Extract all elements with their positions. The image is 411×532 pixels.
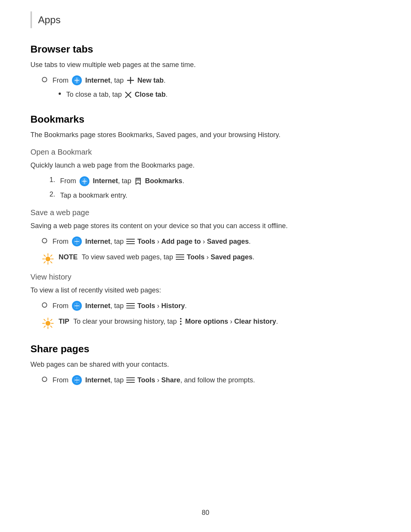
bullet-circle-icon — [42, 238, 47, 243]
page-footer: 80 — [0, 509, 411, 517]
browser-tabs-title: Browser tabs — [30, 43, 381, 55]
share-pages-title: Share pages — [30, 343, 381, 355]
instruction-text: From Internet, tap — [53, 75, 166, 86]
instruction-text: From Internet, tap — [53, 301, 187, 311]
list-item: To close a tab, tap Close tab. — [30, 89, 381, 100]
internet-icon — [72, 75, 82, 85]
internet-icon — [72, 236, 82, 246]
page-title: Apps — [38, 14, 61, 26]
menu-icon — [126, 377, 135, 383]
instruction-text: From Internet, tap Tools › — [53, 375, 255, 385]
svg-line-33 — [51, 326, 52, 328]
open-bookmark-title: Open a Bookmark — [30, 148, 381, 157]
sun-icon — [42, 317, 54, 329]
share-pages-body: Web pages can be shared with your contac… — [30, 359, 381, 370]
bookmark-icon — [134, 177, 142, 185]
list-item: 1. From Internet, tap — [30, 176, 381, 186]
note-item: NOTE To view saved web pages, tap Tools … — [30, 252, 381, 265]
menu-icon — [176, 254, 184, 260]
instruction-text: TIP To clear your browsing history, tap … — [59, 316, 278, 327]
number-label: 1. — [49, 176, 57, 184]
save-web-page-title: Save a web page — [30, 208, 381, 217]
svg-line-22 — [51, 255, 52, 256]
header-bar — [30, 11, 32, 28]
bold-more-options: More options — [185, 318, 228, 325]
number-label: 2. — [49, 190, 57, 198]
x-icon — [124, 91, 132, 99]
list-item: From Internet, tap — [30, 236, 381, 247]
instruction-text: From Internet, tap — [53, 236, 251, 247]
bold-clear-history: Clear history — [234, 318, 276, 325]
internet-icon — [72, 301, 82, 311]
bold-internet: Internet — [85, 376, 110, 384]
bold-close-tab: Close tab — [135, 91, 166, 98]
internet-icon — [80, 176, 89, 186]
bold-tools: Tools — [137, 238, 155, 245]
open-bookmark-body: Quickly launch a web page from the Bookm… — [30, 160, 381, 171]
bold-tools: Tools — [187, 253, 205, 261]
list-item: From Internet, tap — [30, 301, 381, 311]
svg-point-27 — [46, 321, 50, 326]
bold-saved-pages: Saved pages — [207, 238, 249, 245]
browser-tabs-body: Use tabs to view multiple web pages at t… — [30, 60, 381, 70]
bullet-circle-icon — [42, 77, 47, 82]
view-history-body: To view a list of recently visited web p… — [30, 285, 381, 296]
view-history-title: View history — [30, 273, 381, 281]
subsection-save-web-page: Save a web page Saving a web page stores… — [30, 208, 381, 265]
dots-icon — [179, 317, 182, 326]
bullet-circle-icon — [42, 377, 47, 382]
section-share-pages: Share pages Web pages can be shared with… — [30, 343, 381, 385]
page-number: 80 — [202, 509, 209, 516]
bold-internet: Internet — [93, 177, 118, 185]
bold-share: Share — [161, 376, 180, 384]
tip-label: TIP — [59, 318, 69, 325]
bullet-circle-icon — [42, 302, 47, 308]
bold-internet: Internet — [85, 238, 110, 245]
instruction-text: NOTE To view saved web pages, tap Tools … — [59, 252, 255, 262]
bullet-dot-icon — [59, 93, 61, 95]
instruction-text: To close a tab, tap Close tab. — [66, 89, 167, 100]
internet-icon — [72, 375, 82, 385]
save-web-page-body: Saving a web page stores its content on … — [30, 221, 381, 231]
instruction-text: From Internet, tap — [60, 176, 184, 186]
instruction-text: Tap a bookmark entry. — [60, 190, 127, 201]
menu-icon — [126, 238, 135, 245]
plus-icon — [126, 76, 135, 85]
section-bookmarks: Bookmarks The Bookmarks page stores Book… — [30, 113, 381, 329]
page-container: Apps Browser tabs Use tabs to view multi… — [0, 0, 411, 422]
bold-internet: Internet — [85, 302, 110, 310]
bookmarks-body: The Bookmarks page stores Bookmarks, Sav… — [30, 130, 381, 140]
bold-add-page-to: Add page to — [161, 238, 201, 245]
sun-icon — [42, 253, 54, 265]
bold-tools: Tools — [137, 376, 155, 384]
menu-icon — [126, 302, 135, 309]
bold-bookmarks: Bookmarks — [145, 177, 182, 185]
bookmarks-title: Bookmarks — [30, 113, 381, 125]
tip-item: TIP To clear your browsing history, tap … — [30, 316, 381, 329]
svg-line-34 — [51, 320, 52, 321]
section-browser-tabs: Browser tabs Use tabs to view multiple w… — [30, 43, 381, 100]
bold-internet: Internet — [85, 77, 110, 84]
svg-line-23 — [44, 262, 46, 263]
svg-point-15 — [46, 257, 50, 261]
page-header: Apps — [30, 11, 381, 28]
svg-line-21 — [51, 262, 52, 263]
note-label: NOTE — [59, 253, 78, 261]
bold-history: History — [161, 302, 185, 310]
svg-line-20 — [44, 255, 46, 256]
list-item: From Internet, tap Tools › — [30, 375, 381, 385]
bold-new-tab: New tab — [137, 77, 164, 84]
subsection-open-bookmark: Open a Bookmark Quickly launch a web pag… — [30, 148, 381, 200]
list-item: From Internet, tap — [30, 75, 381, 86]
subsection-view-history: View history To view a list of recently … — [30, 273, 381, 329]
list-item: 2. Tap a bookmark entry. — [30, 190, 381, 201]
svg-line-35 — [44, 326, 46, 328]
svg-line-32 — [44, 320, 46, 321]
bold-tools: Tools — [137, 302, 155, 310]
bold-saved-pages-2: Saved pages — [211, 253, 253, 261]
